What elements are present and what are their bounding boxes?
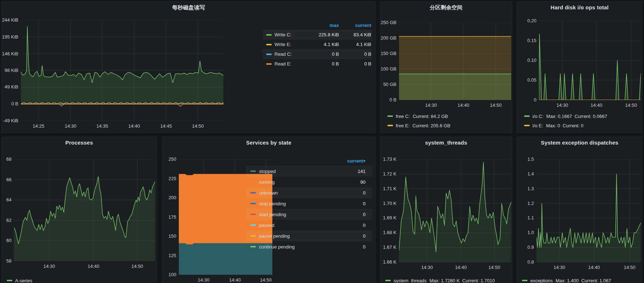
- y-tick-label: 150 GB: [381, 51, 396, 56]
- legend-color-swatch-icon: [387, 115, 393, 117]
- legend-item-a-series[interactable]: A-series: [7, 276, 32, 283]
- legend-series-stats: Current: 84.2 GB: [413, 114, 448, 119]
- legend-color-swatch-icon: [385, 280, 391, 281]
- y-tick-label: 100 GB: [381, 66, 396, 72]
- series-area-write-c: [21, 26, 223, 104]
- legend-item-read-e[interactable]: Read E:0 B0 B: [263, 59, 371, 69]
- legend-item-paused[interactable]: paused0: [246, 220, 372, 230]
- legend-item-pause-pending[interactable]: pause pending0: [246, 230, 372, 241]
- y-tick-label: 49 KiB: [5, 84, 18, 90]
- legend-item-exceptions[interactable]: exceptionsMax: 1.400 Current: 1.067: [522, 276, 642, 283]
- y-tick-label: 1.72 K: [383, 171, 396, 177]
- legend-item-system-threads[interactable]: system_threadsMax: 1.7280 K Current: 1.7…: [385, 276, 512, 283]
- chart-svg: [399, 159, 511, 262]
- panel-title[interactable]: Services by state: [162, 140, 375, 146]
- panel-title[interactable]: 每秒磁盘读写: [2, 4, 375, 11]
- legend-current-value: 83.4 KiB: [339, 32, 371, 37]
- legend-item-read-c[interactable]: Read C:0 B0 B: [263, 49, 371, 59]
- x-tick-label: 14:40: [591, 102, 603, 108]
- legend-series-name: exceptions: [530, 278, 553, 283]
- y-tick-label: 1.1: [527, 215, 534, 220]
- legend-item-i-o-e[interactable]: i/o E:Max: 0 Current: 0: [524, 121, 607, 130]
- legend-item-write-e[interactable]: Write E:4.1 KiB4.1 KiB: [263, 40, 371, 49]
- panel-title[interactable]: 分区剩余空间: [380, 4, 512, 11]
- legend-current-value: 141: [358, 169, 366, 174]
- x-tick-label: 14:50: [489, 265, 500, 270]
- y-tick-label: 66: [6, 177, 12, 182]
- y-tick-label: 1.68 K: [383, 230, 396, 235]
- y-tick-label: 200: [168, 195, 176, 200]
- legend-column-header-max[interactable]: max: [305, 23, 339, 28]
- x-tick-label: 14:45: [160, 123, 172, 129]
- x-tick-label: 14:40: [458, 102, 470, 108]
- panel-title[interactable]: System exception dispatches: [517, 140, 642, 146]
- x-tick-label: 14:50: [131, 264, 143, 269]
- x-axis: 14:3014:4014:50: [399, 262, 511, 271]
- panel-title[interactable]: system_threads: [380, 140, 512, 146]
- legend-item-label: Read E:: [263, 61, 305, 67]
- panel-processes: Processes 686664626058 14:3014:4014:50 A…: [1, 137, 157, 283]
- legend-sort-header-current[interactable]: current▾: [246, 156, 372, 166]
- legend-series-name: free E:: [396, 123, 409, 128]
- legend-column-header-current[interactable]: current: [339, 23, 371, 28]
- panel-title[interactable]: Processes: [2, 140, 157, 146]
- sort-caret-icon: ▾: [363, 158, 366, 164]
- y-tick-label: 244 KiB: [2, 17, 18, 23]
- legend-current-value: 0: [363, 244, 366, 250]
- chart-svg: [21, 20, 223, 121]
- plot-area[interactable]: [539, 21, 641, 100]
- y-axis: 250 GB200 GB150 GB100 GB50 GB0 B: [383, 23, 399, 100]
- y-tick-label: 1.4: [527, 171, 534, 177]
- y-tick-label: 0 B: [11, 101, 18, 106]
- legend-item-free-e[interactable]: free E:Current: 205.6 GB: [387, 121, 450, 130]
- y-tick-label: 0.10: [527, 58, 536, 63]
- legend-item-free-c[interactable]: free C:Current: 84.2 GB: [387, 111, 450, 121]
- legend-item-unknown[interactable]: unknown0: [246, 187, 372, 198]
- x-tick-label: 14:30: [554, 265, 566, 270]
- legend: free C:Current: 84.2 GBfree E:Current: 2…: [387, 111, 450, 130]
- y-tick-label: 0 B: [389, 97, 396, 102]
- legend-current-value: 0 B: [339, 61, 371, 67]
- y-tick-label: 0.15: [527, 38, 536, 43]
- x-tick-label: 14:35: [96, 123, 108, 129]
- y-tick-label: 146 KiB: [2, 51, 18, 56]
- legend-item-continue-pending[interactable]: continue pending0: [246, 241, 372, 252]
- legend-item-start-pending[interactable]: start pending0: [246, 209, 372, 220]
- x-tick-label: 14:40: [87, 264, 99, 269]
- legend-item-stop-pending[interactable]: stop pending0: [246, 198, 372, 209]
- legend-item-running[interactable]: running90: [246, 177, 372, 187]
- plot-area[interactable]: [399, 23, 511, 100]
- y-tick-label: 1.66 K: [383, 259, 396, 265]
- x-tick-label: 14:25: [33, 123, 45, 129]
- chart-disk-read-write: 244 KiB195 KiB146 KiB98 KiB49 KiB0 B-49 …: [5, 20, 223, 129]
- legend-max-value: 225.8 KiB: [305, 32, 339, 37]
- x-axis: 14:3014:4014:50: [539, 100, 641, 109]
- legend-current-value: 0: [363, 201, 366, 206]
- legend-series-name: Read C:: [275, 51, 292, 57]
- legend-item-label: Write E:: [263, 42, 305, 47]
- legend-series-stats: Max: 1.7280 K Current: 1.7010: [430, 278, 495, 283]
- legend-series-name: pause pending: [259, 233, 360, 239]
- legend-series-name: A-series: [15, 278, 32, 283]
- legend-color-swatch-icon: [250, 246, 256, 247]
- legend-max-value: 0 B: [305, 61, 339, 67]
- legend-item-stopped[interactable]: stopped141: [246, 166, 372, 177]
- panel-hard-disk-io-ops: Hard disk i/o ops total 0.200.150.100.05…: [517, 1, 643, 133]
- y-axis: 250225200175150125100: [166, 159, 179, 275]
- y-tick-label: 1.69 K: [383, 215, 396, 220]
- plot-area[interactable]: [399, 159, 511, 262]
- legend-item-i-o-c[interactable]: i/o C:Max: 0.1667 Current: 0.0667: [524, 111, 607, 121]
- plot-area[interactable]: [21, 20, 223, 121]
- y-tick-label: 62: [6, 218, 12, 223]
- chart-processes: 686664626058 14:3014:4014:50: [4, 159, 155, 270]
- y-tick-label: 125: [168, 253, 176, 258]
- y-tick-label: 0.9: [527, 245, 534, 250]
- y-tick-label: 250 GB: [381, 20, 396, 25]
- plot-area[interactable]: [536, 159, 641, 262]
- x-tick-label: 14:40: [128, 123, 140, 129]
- plot-area[interactable]: [14, 159, 155, 261]
- legend-color-swatch-icon: [250, 181, 256, 183]
- legend-item-write-c[interactable]: Write C:225.8 KiB83.4 KiB: [263, 30, 371, 40]
- panel-title[interactable]: Hard disk i/o ops total: [517, 4, 642, 10]
- legend-series-stats: Max: 0.1667 Current: 0.0667: [546, 114, 607, 119]
